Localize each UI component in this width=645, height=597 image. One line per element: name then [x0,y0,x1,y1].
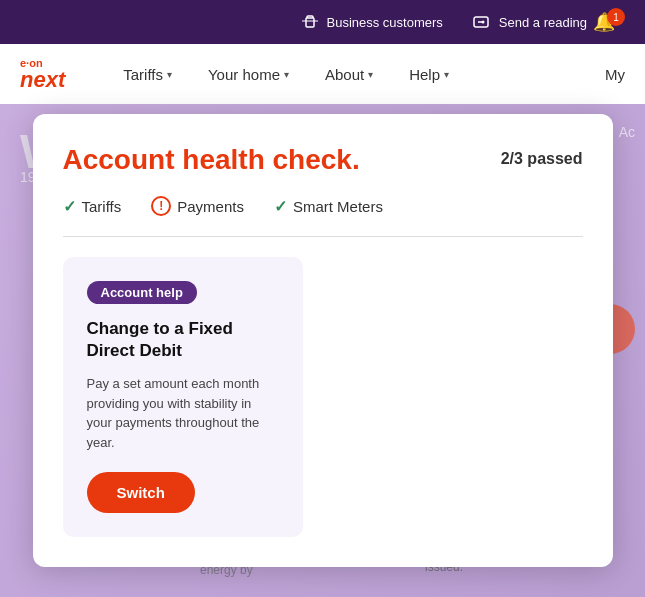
tariffs-chevron-icon: ▾ [167,69,172,80]
nav-help[interactable]: Help ▾ [401,62,457,87]
nav-your-home[interactable]: Your home ▾ [200,62,297,87]
notification-badge: 1 [607,8,625,26]
about-chevron-icon: ▾ [368,69,373,80]
svg-point-2 [481,21,484,24]
modal-overlay: Account health check. 2/3 passed ✓ Tarif… [0,104,645,597]
help-chevron-icon: ▾ [444,69,449,80]
business-customers-link[interactable]: Business customers [300,12,442,32]
about-label: About [325,66,364,83]
modal-header: Account health check. 2/3 passed [63,144,583,176]
business-customers-label: Business customers [326,15,442,30]
modal-passed-count: 2/3 passed [501,150,583,168]
tariffs-pass-icon: ✓ [63,197,76,216]
logo-next-text: next [20,69,65,91]
check-tariffs: ✓ Tariffs [63,197,122,216]
check-smart-meters: ✓ Smart Meters [274,197,383,216]
health-check-modal: Account health check. 2/3 passed ✓ Tarif… [33,114,613,567]
smart-meters-pass-icon: ✓ [274,197,287,216]
card-description: Pay a set amount each month providing yo… [87,374,279,452]
check-payments: ! Payments [151,196,244,216]
help-label: Help [409,66,440,83]
check-items-row: ✓ Tariffs ! Payments ✓ Smart Meters [63,196,583,216]
eon-logo[interactable]: e·on next [20,58,65,91]
your-home-label: Your home [208,66,280,83]
nav-bar: e·on next Tariffs ▾ Your home ▾ About ▾ … [0,44,645,104]
nav-tariffs[interactable]: Tariffs ▾ [115,62,180,87]
card-title: Change to a Fixed Direct Debit [87,318,279,362]
payments-warn-icon: ! [151,196,171,216]
send-reading-link[interactable]: Send a reading 🔔 1 [473,11,625,33]
payments-check-label: Payments [177,198,244,215]
tariffs-check-label: Tariffs [82,198,122,215]
send-reading-label: Send a reading [499,15,587,30]
account-help-badge: Account help [87,281,197,304]
nav-about[interactable]: About ▾ [317,62,381,87]
switch-button[interactable]: Switch [87,472,195,513]
briefcase-icon [300,12,320,32]
svg-rect-0 [306,18,314,27]
top-bar: Business customers Send a reading 🔔 1 [0,0,645,44]
smart-meters-check-label: Smart Meters [293,198,383,215]
modal-divider [63,236,583,237]
my-label: My [605,66,625,83]
your-home-chevron-icon: ▾ [284,69,289,80]
modal-title: Account health check. [63,144,360,176]
meter-icon [473,12,493,32]
nav-my[interactable]: My [605,66,625,83]
tariffs-label: Tariffs [123,66,163,83]
help-card: Account help Change to a Fixed Direct De… [63,257,303,537]
